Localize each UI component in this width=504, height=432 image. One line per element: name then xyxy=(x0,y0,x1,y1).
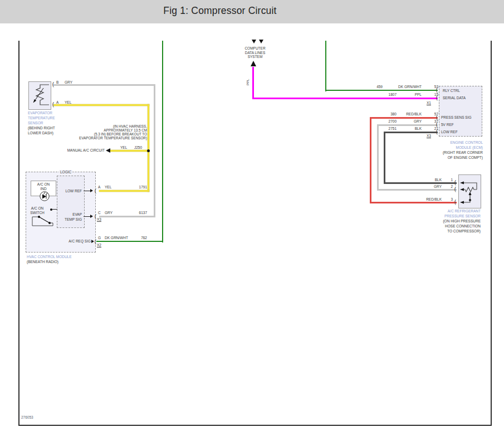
thermistor-symbol-icon xyxy=(28,81,51,110)
hvac-row-a-pin: A xyxy=(98,185,100,190)
evap-pin-b-wire-color: GRY xyxy=(65,80,72,85)
ecm-row3-pin: 57 xyxy=(430,112,438,117)
wire-blk-vertical xyxy=(384,132,385,184)
harness-note: (IN HVAC HARNESS, APPROXIMATELY 13.5 CM … xyxy=(66,124,147,140)
hvac-evap-temp-sig-label: EVAP TEMP SIG xyxy=(58,212,82,222)
ecm-box xyxy=(439,86,482,137)
ecm-row5-color: BLK xyxy=(394,127,422,131)
wire-ppl-vertical xyxy=(252,67,254,99)
wire-dkgrnwht-ecm xyxy=(325,90,438,91)
ecm-serial-data-label: SERIAL DATA xyxy=(443,96,466,100)
ecm-low-ref-label: LOW REF xyxy=(441,130,458,134)
ecm-callout: ENGINE CONTROL MODULE (ECM) (RIGHT REAR … xyxy=(399,140,483,160)
potentiometer-symbol-icon xyxy=(458,174,481,208)
wire-dkgrnwht-hvac xyxy=(96,241,163,242)
terminal-arc-icon: ( xyxy=(51,81,55,88)
sensor-row3-color: RED/BLK xyxy=(418,197,442,202)
evap-pin-a-wire-color: YEL xyxy=(65,100,71,105)
ecm-row2-pin: 15 xyxy=(430,93,438,97)
terminal-arc-icon: ( xyxy=(453,186,457,192)
hvac-row-g-circuit: 762 xyxy=(134,236,147,240)
led-indicator-icon xyxy=(39,190,50,202)
hvac-module-callout: HVAC CONTROL MODULE (BENEATH RADIO) xyxy=(27,254,72,264)
ecm-rly-ctrl-label: RLY CTRL xyxy=(443,89,460,93)
hvac-row-a-circuit: 1791 xyxy=(134,185,147,190)
wire-gry-evap-vertical xyxy=(154,84,155,217)
splice-j250-dot xyxy=(147,149,150,152)
page-title: Fig 1: Compressor Circuit xyxy=(0,5,440,17)
sensor-row1-pin: 1 xyxy=(447,178,453,182)
evap-pin-a: A xyxy=(56,100,58,105)
sensor-row2-color: GRY xyxy=(423,185,442,189)
ecm-row2-color: PPL xyxy=(394,93,422,97)
terminal-arc-icon: ( xyxy=(453,179,457,186)
computer-data-lines-label: COMPUTER DATA LINES SYSTEM xyxy=(237,46,273,59)
ecm-press-sens-sig-label: PRESS SENS SIG xyxy=(441,115,472,120)
switch-symbol-icon xyxy=(31,205,58,227)
wire-yel-hvac-horizontal xyxy=(99,190,149,192)
evaporator-sensor-callout: EVAPORATOR TEMPERATURE SENSOR (BEHIND RI… xyxy=(28,110,55,135)
frame-bottom-border xyxy=(18,425,492,426)
hvac-row-c-color: GRY xyxy=(105,211,112,215)
sensor-row2-pin: 2 xyxy=(447,185,453,189)
wire-redblk-ecm xyxy=(370,117,438,119)
manual-ac-circuit-label: MANUAL A/C CIRCUIT xyxy=(56,148,105,153)
hvac-row-g-color: DK GRN/WHT xyxy=(105,236,128,240)
ecm-row1-color: DK GRN/WHT xyxy=(394,85,422,89)
hvac-row-c-pin: C xyxy=(98,211,101,215)
hvac-ac-req-sig-label: A/C REQ SIG xyxy=(62,239,91,244)
wire-gry2700-vertical xyxy=(377,124,379,191)
figure-id: 276053 xyxy=(21,415,33,419)
hvac-connector-x3: X3 xyxy=(97,217,101,222)
ecm-row5-circuit: 2751 xyxy=(371,127,397,131)
hvac-connector-x2: X2 xyxy=(97,243,101,247)
hvac-row-c-circuit: 6137 xyxy=(134,211,147,215)
ppl-wire-color-label: PPL xyxy=(246,79,249,85)
title-bar: Fig 1: Compressor Circuit xyxy=(0,0,504,23)
wire-yel-vertical xyxy=(148,104,149,192)
hvac-low-ref-label: LOW REF xyxy=(58,189,82,193)
wire-gry2700-ecm xyxy=(377,124,438,126)
manual-ac-arrow-icon xyxy=(106,148,110,153)
pressure-sensor-callout: A/C REFRIGERANT PRESSURE SENSOR (ON HIGH… xyxy=(403,208,481,234)
ecm-row1-circuit: 459 xyxy=(358,85,383,89)
wire-dkgrnwht-vertical-left xyxy=(162,41,163,242)
ac-on-ind-label: A/C ON IND xyxy=(31,182,56,191)
offpage-arrow-up-icon xyxy=(251,61,256,66)
terminal-arc-icon: ( xyxy=(453,199,457,205)
wire-gry-hvac-horizontal xyxy=(99,216,155,217)
logic-label: LOGIC xyxy=(59,170,72,174)
ecm-connector-x3: X3 xyxy=(427,134,431,138)
ecm-connector-x1: X1 xyxy=(427,101,431,105)
wire-blk-sensor xyxy=(384,182,457,184)
ecm-row2-circuit: 1807 xyxy=(371,93,397,97)
terminal-arc-icon: ( xyxy=(94,188,97,194)
evap-sig-arrow-icon xyxy=(90,215,93,218)
wire-redblk-sensor xyxy=(370,202,457,203)
wire-yel-j250-branch xyxy=(110,150,149,152)
hvac-row-a-color: YEL xyxy=(105,185,111,190)
frame-left-border xyxy=(18,41,19,426)
wire-gry2700-sensor xyxy=(377,189,457,191)
frame-right-border xyxy=(491,41,492,426)
j250-wire-color: YEL xyxy=(120,145,127,150)
j250-splice-label: J250 xyxy=(134,145,142,150)
wire-blk-ecm xyxy=(384,132,438,133)
wire-dkgrnwht-vertical-right xyxy=(325,41,326,91)
wire-ppl-horizontal xyxy=(252,98,438,99)
switch-logic-link-line xyxy=(52,209,57,210)
ecm-row1-pin: 53 xyxy=(430,85,438,89)
sensor-row3-pin: 3 xyxy=(447,197,453,202)
offpage-arrow-down-icon xyxy=(259,40,263,43)
offpage-arrow-down-icon xyxy=(252,40,256,43)
ecm-row5-pin: 21 xyxy=(430,127,438,131)
ecm-row4-pin: 37 xyxy=(430,119,438,124)
ecm-5v-ref-label: 5V REF xyxy=(441,123,454,127)
ecm-row3-circuit: 380 xyxy=(371,112,397,117)
terminal-arc-icon: ( xyxy=(51,101,55,108)
sensor-row1-color: BLK xyxy=(423,178,442,182)
evap-pin-b: B xyxy=(56,80,58,85)
ecm-row3-color: RED/BLK xyxy=(394,112,422,117)
hvac-row-g-pin: G xyxy=(98,236,101,240)
ecm-row4-circuit: 2700 xyxy=(371,119,397,124)
